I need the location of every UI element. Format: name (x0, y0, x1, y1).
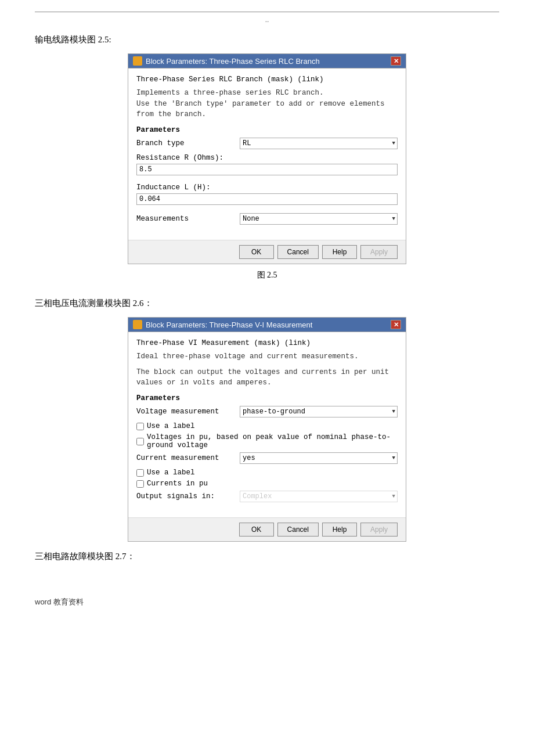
dialog1-help-button[interactable]: Help (322, 245, 357, 259)
dialog2-titlebar-left: Block Parameters: Three-Phase V-I Measur… (133, 320, 312, 329)
voltage-meas-select-wrapper[interactable]: phase-to-ground (240, 406, 398, 417)
dialog2-subtitle: Three-Phase VI Measurement (mask) (link) (136, 338, 398, 349)
section2-title: 三相电压电流测量模块图 2.6： (35, 298, 499, 309)
dialog2-close-button[interactable]: ✕ (391, 320, 401, 329)
use-label-1-checkbox[interactable] (136, 423, 144, 430)
section1-title: 输电线路模块图 2.5: (35, 34, 499, 45)
dialog2-desc1: Ideal three-phase voltage and current me… (136, 351, 398, 362)
voltages-pu-checkbox[interactable] (136, 438, 144, 445)
output-signals-select[interactable]: Complex (240, 491, 398, 502)
dialog2-icon (133, 320, 142, 329)
branch-type-label: Branch type (136, 139, 235, 147)
dialog2-title: Block Parameters: Three-Phase V-I Measur… (146, 321, 312, 329)
dialog1-titlebar: Block Parameters: Three-Phase Series RLC… (128, 54, 406, 68)
measurements-label: Measurements (136, 215, 235, 223)
dialog1-apply-button[interactable]: Apply (360, 245, 398, 259)
currents-pu-row: Currents in pu (136, 480, 398, 488)
resistance-block: Resistance R (Ohms): (136, 154, 398, 179)
resistance-label: Resistance R (Ohms): (136, 154, 398, 162)
footer-text: word 教育资料 (35, 597, 499, 607)
current-meas-label: Current measurement (136, 454, 235, 462)
currents-pu-text: Currents in pu (147, 480, 208, 488)
branch-type-select[interactable]: RL (240, 138, 398, 149)
output-signals-row: Output signals in: Complex (136, 491, 398, 502)
dialog2-ok-button[interactable]: OK (239, 523, 274, 537)
voltage-meas-label: Voltage measurement (136, 408, 235, 416)
dialog2-apply-button[interactable]: Apply (360, 523, 398, 537)
dialog2-cancel-button[interactable]: Cancel (277, 523, 319, 537)
dialog1: Block Parameters: Three-Phase Series RLC… (128, 53, 406, 264)
fig1-caption: 图 2.5 (35, 270, 499, 280)
dialog2-body: Three-Phase VI Measurement (mask) (link)… (128, 332, 406, 517)
use-label-2-text: Use a label (147, 469, 195, 477)
dialog2-help-button[interactable]: Help (322, 523, 357, 537)
current-meas-select[interactable]: yes (240, 452, 398, 464)
use-label-2-checkbox[interactable] (136, 469, 144, 477)
branch-type-row: Branch type RL (136, 138, 398, 149)
inductance-input[interactable] (136, 193, 398, 205)
inductance-label: Inductance L (H): (136, 183, 398, 192)
use-label-1-text: Use a label (147, 422, 195, 430)
measurements-select-wrapper[interactable]: None (240, 213, 398, 225)
use-label-1-row: Use a label (136, 422, 398, 430)
top-dots: .. (35, 16, 499, 24)
dialog1-cancel-button[interactable]: Cancel (277, 245, 319, 259)
dialog1-desc1: Implements a three-phase series RLC bran… (136, 88, 398, 120)
dialog2-footer: OK Cancel Help Apply (128, 517, 406, 541)
resistance-input[interactable] (136, 164, 398, 175)
dialog1-body: Three-Phase Series RLC Branch (mask) (li… (128, 68, 406, 240)
dialog1-footer: OK Cancel Help Apply (128, 240, 406, 264)
dialog1-close-button[interactable]: ✕ (391, 56, 401, 66)
voltages-pu-text: Voltages in pu, based on peak value of n… (147, 433, 398, 449)
output-signals-select-wrapper[interactable]: Complex (240, 491, 398, 502)
use-label-2-row: Use a label (136, 469, 398, 477)
dialog1-titlebar-left: Block Parameters: Three-Phase Series RLC… (133, 56, 320, 66)
voltage-meas-select[interactable]: phase-to-ground (240, 406, 398, 417)
measurements-select[interactable]: None (240, 213, 398, 225)
current-meas-select-wrapper[interactable]: yes (240, 452, 398, 464)
dialog2-titlebar: Block Parameters: Three-Phase V-I Measur… (128, 318, 406, 332)
inductance-block: Inductance L (H): (136, 183, 398, 208)
dialog1-subtitle: Three-Phase Series RLC Branch (mask) (li… (136, 74, 398, 85)
dialog2-params-label: Parameters (136, 394, 398, 402)
section3-title: 三相电路故障模块图 2.7： (35, 551, 499, 562)
measurements-row: Measurements None (136, 213, 398, 225)
dialog1-icon (133, 56, 142, 66)
top-border (35, 12, 499, 12)
voltages-pu-row: Voltages in pu, based on peak value of n… (136, 433, 398, 449)
dialog2: Block Parameters: Three-Phase V-I Measur… (128, 317, 406, 542)
dialog1-params-label: Parameters (136, 126, 398, 134)
voltage-meas-row: Voltage measurement phase-to-ground (136, 406, 398, 417)
branch-type-select-wrapper[interactable]: RL (240, 138, 398, 149)
dialog1-title: Block Parameters: Three-Phase Series RLC… (146, 57, 320, 66)
current-meas-row: Current measurement yes (136, 452, 398, 464)
output-signals-label: Output signals in: (136, 492, 235, 501)
dialog1-ok-button[interactable]: OK (239, 245, 274, 259)
dialog2-desc2: The block can output the voltages and cu… (136, 367, 398, 389)
currents-pu-checkbox[interactable] (136, 480, 144, 488)
